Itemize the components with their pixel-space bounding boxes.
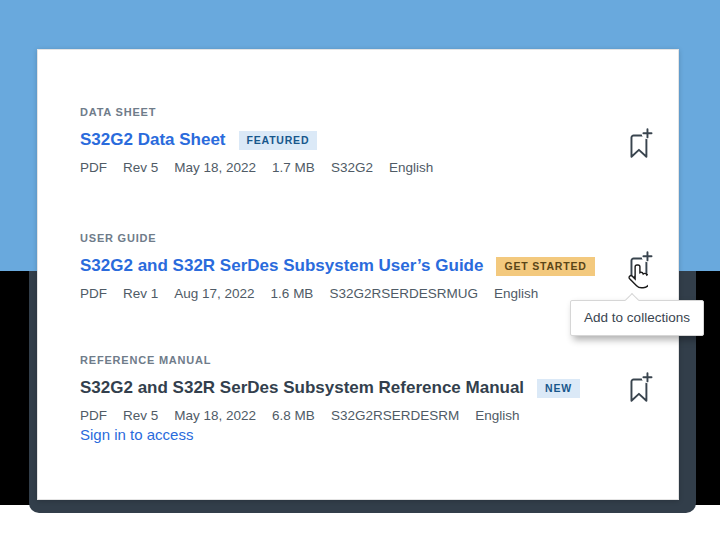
doc-category-label: REFERENCE MANUAL (80, 354, 614, 366)
documents-card: DATA SHEET S32G2 Data Sheet FEATURED PDF… (37, 49, 679, 500)
doc-title-row: S32G2 Data Sheet FEATURED (80, 128, 614, 152)
meta-revision: Rev 5 (123, 160, 158, 175)
doc-section-data-sheet: DATA SHEET S32G2 Data Sheet FEATURED PDF… (80, 106, 614, 175)
bookmark-plus-icon (626, 392, 654, 407)
bookmark-plus-icon (626, 271, 654, 286)
tooltip-text: Add to collections (584, 310, 690, 325)
doc-category-label: USER GUIDE (80, 232, 614, 244)
doc-title-text: S32G2 and S32R SerDes Subsystem Referenc… (80, 378, 524, 398)
doc-meta-row: PDF Rev 1 Aug 17, 2022 1.6 MB S32G2RSERD… (80, 286, 614, 301)
doc-title-link[interactable]: S32G2 Data Sheet (80, 130, 226, 150)
meta-docid: S32G2 (331, 160, 373, 175)
meta-filesize: 6.8 MB (272, 408, 315, 423)
sign-in-to-access-link[interactable]: Sign in to access (80, 426, 193, 443)
doc-title-row: S32G2 and S32R SerDes Subsystem User’s G… (80, 254, 614, 278)
doc-section-user-guide: USER GUIDE S32G2 and S32R SerDes Subsyst… (80, 232, 614, 301)
doc-meta-row: PDF Rev 5 May 18, 2022 6.8 MB S32G2RSERD… (80, 408, 614, 423)
meta-filetype: PDF (80, 408, 107, 423)
meta-filesize: 1.6 MB (271, 286, 314, 301)
meta-docid: S32G2RSERDESRMUG (329, 286, 478, 301)
add-to-collections-button[interactable] (626, 372, 654, 404)
doc-meta-row: PDF Rev 5 May 18, 2022 1.7 MB S32G2 Engl… (80, 160, 614, 175)
meta-revision: Rev 5 (123, 408, 158, 423)
meta-language: English (494, 286, 538, 301)
meta-filetype: PDF (80, 160, 107, 175)
featured-badge: FEATURED (239, 131, 318, 150)
meta-date: Aug 17, 2022 (174, 286, 254, 301)
meta-language: English (389, 160, 433, 175)
meta-revision: Rev 1 (123, 286, 158, 301)
bookmark-plus-icon (626, 148, 654, 163)
doc-title-link[interactable]: S32G2 and S32R SerDes Subsystem User’s G… (80, 256, 483, 276)
doc-category-label: DATA SHEET (80, 106, 614, 118)
doc-title-row: S32G2 and S32R SerDes Subsystem Referenc… (80, 376, 614, 400)
doc-section-reference-manual: REFERENCE MANUAL S32G2 and S32R SerDes S… (80, 354, 614, 423)
meta-language: English (475, 408, 519, 423)
add-to-collections-button[interactable] (626, 128, 654, 160)
add-to-collections-tooltip: Add to collections (570, 300, 704, 336)
meta-docid: S32G2RSERDESRM (331, 408, 459, 423)
get-started-badge: GET STARTED (496, 257, 594, 276)
page: { "tooltip": { "text": "Add to collectio… (0, 0, 720, 540)
add-to-collections-button[interactable] (626, 251, 654, 283)
meta-date: May 18, 2022 (174, 408, 256, 423)
meta-date: May 18, 2022 (174, 160, 256, 175)
new-badge: NEW (537, 379, 580, 398)
meta-filesize: 1.7 MB (272, 160, 315, 175)
meta-filetype: PDF (80, 286, 107, 301)
